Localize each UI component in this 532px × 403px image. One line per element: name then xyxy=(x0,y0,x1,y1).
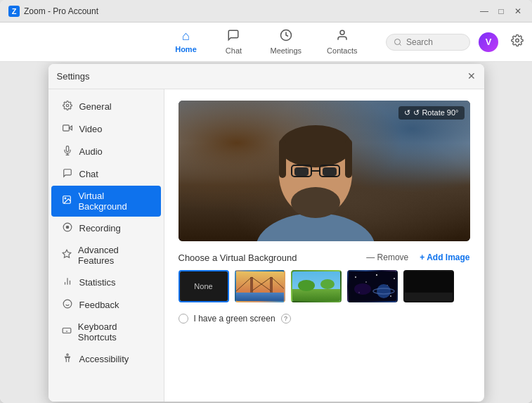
svg-point-53 xyxy=(320,279,335,289)
sidebar-keyboard-label: Keyboard Shortcuts xyxy=(78,321,151,343)
close-button[interactable]: ✕ xyxy=(512,6,524,17)
app-title: Zoom - Pro Account xyxy=(24,6,98,16)
sidebar-item-chat[interactable]: Chat xyxy=(51,163,161,185)
accessibility-icon xyxy=(61,353,74,365)
settings-content: ↺ ↺ Rotate 90° Choose a Virtual Backgrou… xyxy=(164,89,484,402)
bg-thumb-grass[interactable] xyxy=(291,270,342,302)
navbar: ⌂ Home Chat Meetings Contacts xyxy=(0,23,532,62)
window-controls: — □ ✕ xyxy=(479,6,524,17)
svg-rect-34 xyxy=(279,139,286,178)
space-thumbnail xyxy=(349,271,398,302)
general-icon xyxy=(61,101,74,113)
svg-point-55 xyxy=(355,276,356,278)
keyboard-icon xyxy=(61,326,72,338)
remove-button[interactable]: — Remove xyxy=(366,252,408,262)
svg-point-36 xyxy=(291,187,340,218)
settings-body: General Video Audio xyxy=(48,89,484,402)
svg-rect-51 xyxy=(292,289,342,302)
sidebar-item-accessibility[interactable]: Accessibility xyxy=(51,348,161,370)
sidebar-item-keyboard-shortcuts[interactable]: Keyboard Shortcuts xyxy=(51,316,161,347)
remove-label: — Remove xyxy=(366,252,408,262)
nav-meetings-label: Meetings xyxy=(270,46,301,55)
bg-thumb-space[interactable] xyxy=(347,270,398,302)
nav-home-label: Home xyxy=(175,45,197,53)
search-box[interactable] xyxy=(386,34,470,51)
sidebar-item-general[interactable]: General xyxy=(51,96,161,117)
svg-point-61 xyxy=(390,295,391,297)
green-screen-row: I have a green screen ? xyxy=(179,314,470,324)
sidebar-item-virtual-background[interactable]: Virtual Background xyxy=(51,186,161,217)
search-input[interactable] xyxy=(406,37,462,47)
minimize-button[interactable]: — xyxy=(479,6,490,17)
add-image-label: + Add Image xyxy=(420,252,469,262)
background-thumbnails: None xyxy=(179,270,470,302)
recording-icon xyxy=(61,222,74,234)
bg-thumb-bridge[interactable] xyxy=(235,270,285,302)
settings-sidebar: General Video Audio xyxy=(48,89,164,402)
svg-rect-66 xyxy=(405,293,454,302)
svg-point-62 xyxy=(377,284,391,298)
dark-thumbnail xyxy=(405,271,454,302)
maximize-button[interactable]: □ xyxy=(495,6,507,17)
settings-header: Settings ✕ xyxy=(48,64,484,89)
svg-point-57 xyxy=(376,274,377,276)
bg-thumb-none[interactable]: None xyxy=(179,270,229,302)
svg-marker-6 xyxy=(69,126,72,130)
help-icon[interactable]: ? xyxy=(281,314,291,324)
svg-marker-14 xyxy=(63,250,71,257)
home-icon: ⌂ xyxy=(182,29,190,44)
statistics-icon xyxy=(61,276,74,288)
svg-point-56 xyxy=(365,281,367,283)
svg-rect-37 xyxy=(294,167,309,176)
chat-icon xyxy=(227,29,240,45)
svg-point-2 xyxy=(395,39,401,44)
nav-meetings[interactable]: Meetings xyxy=(259,25,313,59)
nav-contacts[interactable]: Contacts xyxy=(316,25,368,59)
person-silhouette xyxy=(231,108,400,241)
none-label: None xyxy=(194,282,212,290)
sidebar-item-statistics[interactable]: Statistics xyxy=(51,271,161,293)
green-screen-checkbox[interactable] xyxy=(179,314,188,324)
sidebar-advanced-label: Advanced Features xyxy=(78,245,150,266)
svg-point-33 xyxy=(279,125,352,167)
sidebar-vbg-label: Virtual Background xyxy=(78,191,150,212)
svg-point-1 xyxy=(340,30,344,34)
settings-modal: Settings ✕ General xyxy=(48,64,484,402)
nav-items: ⌂ Home Chat Meetings Contacts xyxy=(163,25,368,59)
audio-icon xyxy=(61,146,74,158)
app-icon: Z xyxy=(8,6,20,17)
advanced-icon xyxy=(61,249,73,261)
bg-thumb-dark[interactable] xyxy=(403,270,454,302)
app-window: Z Zoom - Pro Account — □ ✕ ⌂ Home Chat xyxy=(0,0,532,403)
add-image-button[interactable]: + Add Image xyxy=(420,252,469,262)
sidebar-item-audio[interactable]: Audio xyxy=(51,141,161,162)
grass-thumbnail xyxy=(292,271,342,302)
green-screen-label: I have a green screen xyxy=(194,314,275,324)
sidebar-item-feedback[interactable]: Feedback xyxy=(51,294,161,316)
sidebar-item-advanced-features[interactable]: Advanced Features xyxy=(51,240,161,271)
main-content: Settings ✕ General xyxy=(0,62,532,403)
sidebar-item-recording[interactable]: Recording xyxy=(51,217,161,239)
chat-sidebar-icon xyxy=(61,168,74,180)
nav-home[interactable]: ⌂ Home xyxy=(163,25,208,59)
gear-icon[interactable] xyxy=(511,34,524,50)
settings-close-button[interactable]: ✕ xyxy=(467,70,476,82)
svg-point-13 xyxy=(66,226,69,229)
choose-title: Choose a Virtual Background xyxy=(179,252,297,263)
rotate-button[interactable]: ↺ ↺ Rotate 90° xyxy=(398,106,464,120)
rotate-label: ↺ Rotate 90° xyxy=(413,108,458,117)
settings-title: Settings xyxy=(57,71,90,82)
nav-right: V xyxy=(386,32,498,52)
sidebar-item-video[interactable]: Video xyxy=(51,118,161,140)
search-icon xyxy=(394,38,402,46)
svg-rect-35 xyxy=(345,139,352,178)
titlebar-left: Z Zoom - Pro Account xyxy=(8,6,98,17)
contacts-icon xyxy=(336,29,349,45)
nav-chat[interactable]: Chat xyxy=(211,25,256,59)
nav-contacts-label: Contacts xyxy=(327,46,357,55)
avatar[interactable]: V xyxy=(479,32,498,52)
bridge-thumbnail xyxy=(236,271,285,302)
svg-point-4 xyxy=(516,39,519,42)
svg-point-5 xyxy=(66,104,69,107)
virtual-bg-icon xyxy=(61,195,73,207)
